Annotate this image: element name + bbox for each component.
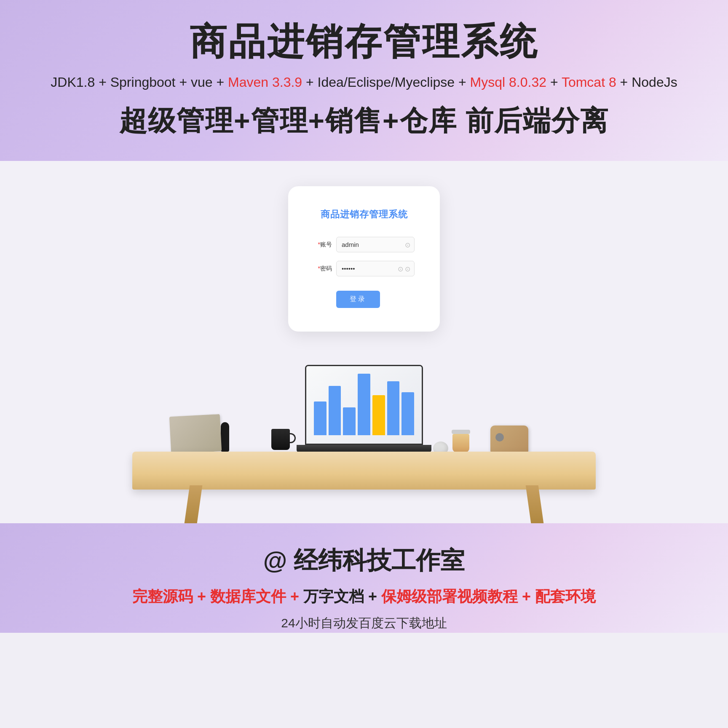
chart-bar [358, 374, 370, 435]
tech-tomcat: Tomcat 8 [562, 75, 616, 90]
laptop-screen [305, 365, 423, 445]
desk-laptop [292, 365, 436, 456]
tech-part3: + [546, 75, 562, 90]
chart-bars [311, 370, 417, 437]
desk-notebook [169, 414, 222, 454]
mug-body [271, 429, 290, 450]
login-button[interactable]: 登录 [336, 291, 380, 308]
bottom-section: @ 经纬科技工作室 完整源码 + 数据库文件 + 万字文档 + 保姆级部署视频教… [0, 523, 728, 633]
password-input-wrap: ⊙ ⊙ [336, 261, 415, 276]
login-card: 商品进销存管理系统 *账号 ⊙ *密码 ⊙ ⊙ 登录 [288, 186, 440, 332]
desk-scene [0, 321, 728, 523]
chart-bar [314, 401, 327, 435]
subtitle: 超级管理+管理+销售+仓库 前后端分离 [25, 102, 703, 140]
account-input[interactable] [336, 237, 415, 252]
chart-bar [401, 392, 414, 435]
desk-surface [132, 452, 596, 490]
radio-knob [495, 433, 504, 442]
account-input-wrap: ⊙ [336, 237, 415, 252]
tech-part2: + Idea/Eclispe/Myeclipse + [302, 75, 470, 90]
laptop-screen-inner [306, 366, 422, 444]
desk-figure [221, 422, 229, 452]
account-clear-icon[interactable]: ⊙ [405, 241, 410, 249]
studio-name: @ 经纬科技工作室 [17, 544, 711, 577]
desk-radio [490, 426, 528, 455]
middle-section: 商品进销存管理系统 *账号 ⊙ *密码 ⊙ ⊙ 登录 [0, 161, 728, 523]
login-button-row: 登录 [313, 285, 415, 308]
tech-part4: + NodeJs [616, 75, 677, 90]
chart-bar [387, 381, 400, 435]
top-banner: 商品进销存管理系统 JDK1.8 + Springboot + vue + Ma… [0, 0, 728, 161]
tech-maven: Maven 3.3.9 [228, 75, 302, 90]
account-label: *账号 [313, 241, 332, 249]
desk-mug [271, 429, 292, 452]
features-row: 完整源码 + 数据库文件 + 万字文档 + 保姆级部署视频教程 + 配套环境 [17, 586, 711, 607]
chart-bar [343, 407, 356, 435]
password-label: *密码 [313, 265, 332, 273]
desk-leg-left [185, 485, 203, 523]
tech-mysql: Mysql 8.0.32 [470, 75, 546, 90]
chart-bar [372, 395, 385, 435]
login-card-title: 商品进销存管理系统 [313, 208, 415, 221]
password-icons[interactable]: ⊙ ⊙ [398, 265, 410, 273]
account-row: *账号 ⊙ [313, 237, 415, 252]
main-title: 商品进销存管理系统 [25, 17, 703, 67]
tech-stack: JDK1.8 + Springboot + vue + Maven 3.3.9 … [25, 75, 703, 90]
password-row: *密码 ⊙ ⊙ [313, 261, 415, 276]
chart-bar [329, 386, 341, 435]
desk-leg-right [526, 485, 544, 523]
download-text: 24小时自动发百度云下载地址 [17, 615, 711, 632]
coffee-cup-lid [452, 430, 470, 434]
coffee-cup-body [452, 434, 469, 452]
tech-part1: JDK1.8 + Springboot + vue + [51, 75, 228, 90]
